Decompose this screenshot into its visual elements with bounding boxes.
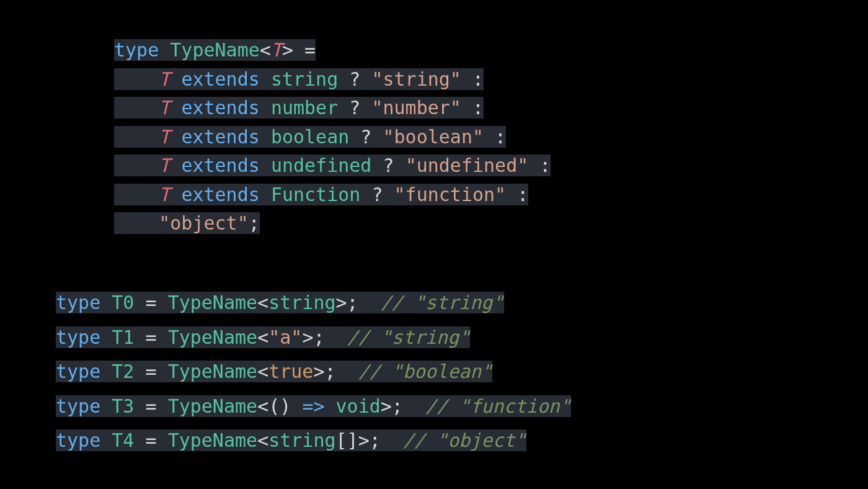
code-token [114, 97, 159, 119]
code-token: type [56, 292, 100, 313]
code-token [170, 184, 181, 205]
code-token: T [271, 39, 282, 61]
code-token [114, 68, 159, 90]
code-line: T extends Function ? "function" : [114, 181, 551, 210]
code-token: T4 [112, 429, 134, 451]
code-token: "boolean" [383, 126, 484, 148]
code-token [100, 361, 112, 382]
code-token [170, 68, 181, 90]
code-token [159, 39, 170, 61]
code-token: T [159, 155, 170, 176]
code-token [170, 155, 181, 176]
code-token: T [159, 126, 170, 148]
code-token: TypeName [168, 292, 258, 313]
code-token: string [271, 68, 338, 90]
code-token: = [134, 429, 167, 451]
code-token: extends [181, 155, 259, 176]
code-token: TypeName [170, 39, 260, 61]
code-token: >; [381, 395, 425, 417]
code-line: type T1 = TypeName<"a">; // "string" [56, 320, 571, 355]
code-token: >; [302, 326, 347, 348]
code-token: = [134, 326, 167, 348]
code-token: >; [336, 292, 381, 313]
code-token [114, 184, 159, 205]
code-token: T2 [112, 361, 134, 382]
code-token: => [302, 395, 324, 417]
code-token: type [114, 39, 159, 61]
code-line: type T0 = TypeName<string>; // "string" [56, 285, 571, 320]
code-token: T [159, 97, 170, 119]
code-token: < [257, 361, 268, 382]
code-token: : [528, 155, 551, 176]
code-token: < [257, 429, 268, 451]
code-token: T3 [112, 395, 134, 417]
code-token [260, 126, 271, 148]
code-token: ? [371, 155, 405, 176]
code-token: T1 [112, 326, 134, 348]
code-token: void [336, 395, 381, 417]
code-token: Function [271, 184, 361, 205]
code-line: type T4 = TypeName<string[]>; // "object… [56, 423, 571, 458]
code-token: extends [181, 68, 259, 90]
code-token: TypeName [168, 395, 258, 417]
code-token: T [159, 184, 170, 205]
code-token: < [257, 326, 268, 348]
code-token: TypeName [168, 429, 258, 451]
code-token: ? [338, 68, 371, 90]
code-token [100, 326, 112, 348]
code-token [260, 155, 271, 176]
code-line: type TypeName<T> = [114, 36, 551, 65]
code-token [100, 292, 112, 313]
code-token: // "string" [381, 292, 504, 313]
code-token: ; [249, 212, 260, 234]
code-line: type T3 = TypeName<() => void>; // "func… [56, 389, 571, 424]
code-line: "object"; [114, 209, 551, 238]
code-token: type [56, 429, 100, 451]
code-token: string [268, 292, 335, 313]
code-token [114, 155, 159, 176]
code-token: : [484, 126, 506, 148]
code-token: // "function" [425, 395, 571, 417]
code-line: T extends string ? "string" : [114, 65, 551, 94]
code-token: "object" [159, 212, 249, 234]
code-token: >; [313, 361, 358, 382]
code-token: type [56, 395, 100, 417]
code-token: "string" [371, 68, 461, 90]
code-token: "function" [394, 184, 507, 205]
code-token: <() [257, 395, 302, 417]
code-token: T [159, 68, 170, 90]
code-token [325, 395, 336, 417]
code-token: extends [181, 184, 259, 205]
code-token: "number" [371, 97, 461, 119]
code-token: // "object" [403, 429, 526, 451]
code-token: : [506, 184, 528, 205]
code-token: // "string" [347, 326, 471, 348]
code-token [260, 68, 271, 90]
code-token: type [56, 326, 100, 348]
code-line: T extends undefined ? "undefined" : [114, 151, 551, 181]
code-block-definition: type TypeName<T> = T extends string ? "s… [114, 36, 551, 238]
code-token: < [257, 292, 268, 313]
code-token: true [268, 361, 313, 382]
code-token: = [134, 395, 167, 417]
code-token: TypeName [168, 361, 258, 382]
code-token: : [461, 68, 484, 90]
code-token: T0 [112, 292, 134, 313]
code-token: []>; [336, 429, 403, 451]
code-token: ? [338, 97, 371, 119]
code-token: < [260, 39, 271, 61]
code-token [260, 184, 271, 205]
code-token: "undefined" [405, 155, 529, 176]
code-token [100, 395, 112, 417]
code-token: "a" [268, 326, 302, 348]
code-token [170, 126, 181, 148]
code-token: ? [360, 184, 394, 205]
code-token: undefined [271, 155, 372, 176]
code-block-examples: type T0 = TypeName<string>; // "string"t… [56, 285, 571, 458]
code-token: boolean [271, 126, 349, 148]
code-token: ? [349, 126, 383, 148]
code-token: extends [181, 126, 259, 148]
code-token: string [268, 429, 335, 451]
code-token [114, 126, 159, 148]
code-token: number [271, 97, 338, 119]
